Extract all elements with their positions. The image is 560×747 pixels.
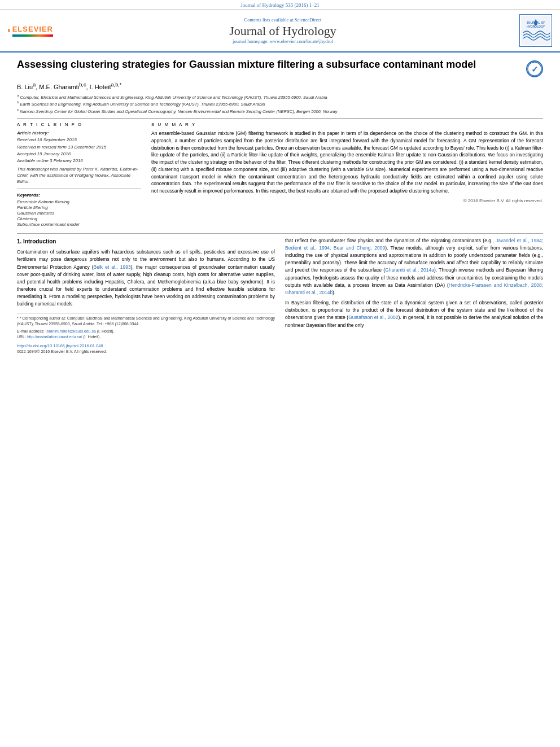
ref-gharamti-2014a[interactable]: Gharamti et al., 2014a	[385, 267, 434, 273]
summary-col: S U M M A R Y An ensemble-based Gaussian…	[151, 122, 543, 228]
keyword-5: Subsurface contaminant model	[17, 222, 141, 227]
journal-title: Journal of Hydrology	[53, 24, 513, 38]
url-footnote: URL: http://assimilation.kaust.edu.sa/ (…	[17, 334, 275, 340]
journal-reference-bar: Journal of Hydrology 535 (2016) 1–21	[0, 0, 560, 10]
history-received: Received 16 September 2015	[17, 137, 141, 143]
article-container: Assessing clustering strategies for Gaus…	[0, 53, 560, 361]
info-divider	[17, 189, 141, 189]
article-title-section: Assessing clustering strategies for Gaus…	[17, 58, 543, 77]
header-divider	[17, 118, 543, 119]
doi-link[interactable]: http://dx.doi.org/10.1016/j.jhydrol.2016…	[17, 343, 275, 350]
history-revised: Received in revised form 13 December 201…	[17, 144, 141, 150]
url-person: (I. Hoteit).	[84, 335, 101, 339]
body-content: 1. Introduction Contamination of subsurf…	[17, 237, 543, 355]
email-footnote: E-mail address: Ibrahim.hoteit@kaust.edu…	[17, 329, 275, 335]
email-person: (I. Hoteit).	[97, 329, 115, 333]
sciencedirect-link[interactable]: ScienceDirect	[295, 17, 322, 23]
svg-text:✓: ✓	[531, 65, 539, 74]
article-info-heading: A R T I C L E I N F O	[17, 122, 141, 127]
keywords-title: Keywords:	[17, 193, 141, 198]
history-accepted: Accepted 19 January 2016	[17, 151, 141, 157]
affiliations: a Computer, Electrical and Mathematical …	[17, 93, 543, 114]
article-info-col: A R T I C L E I N F O Article history: R…	[17, 122, 141, 228]
elsevier-tree-icon	[8, 18, 10, 43]
affil-c: c Nansen-Sverdrup Center for Global Ocea…	[17, 107, 543, 114]
ref-belk[interactable]: Belk et al., 1993	[94, 264, 131, 270]
author-2: M.E. Gharamtib,c	[39, 84, 86, 90]
keyword-4: Clustering	[17, 216, 141, 221]
homepage-line: journal homepage: www.elsevier.com/locat…	[53, 38, 513, 44]
issn-text: 0022-1694/© 2016 Elsevier B.V. All right…	[17, 349, 275, 355]
url-link[interactable]: http://assimilation.kaust.edu.sa/	[27, 335, 82, 339]
ref-javandel[interactable]: Javandel et al., 1984; Bedient et al., 1…	[285, 238, 543, 251]
journal-logo-svg: JOURNAL OF HYDROLOGY	[521, 16, 550, 45]
email-label: E-mail address:	[17, 329, 45, 333]
author-3: I. Hoteita,b,*	[90, 84, 122, 90]
section-1-title: 1. Introduction	[17, 237, 275, 246]
author-2-superscript: b,c	[79, 82, 86, 88]
history-label: Article history:	[17, 130, 141, 136]
journal-reference: Journal of Hydrology 535 (2016) 1–21	[240, 2, 320, 8]
journal-logo-right: JOURNAL OF HYDROLOGY	[513, 14, 552, 47]
affil-b: b Earth Sciences and Engineering, King A…	[17, 100, 543, 107]
elsevier-brand-text: ELSEVIER	[12, 25, 53, 33]
affil-a: a Computer, Electrical and Mathematical …	[17, 93, 543, 100]
history-label-text: Article history:	[17, 130, 49, 136]
footnote-area: * * Corresponding author at: Computer, E…	[17, 313, 275, 355]
crossmark-svg: ✓	[527, 61, 542, 77]
body-col-left: 1. Introduction Contamination of subsurf…	[17, 237, 275, 355]
copyright-line: © 2016 Elsevier B.V. All rights reserved…	[151, 198, 543, 203]
crossmark-icon: ✓	[526, 60, 543, 77]
url-label: URL:	[17, 335, 26, 339]
elsevier-color-strip	[12, 34, 53, 37]
intro-paragraph-2: In Bayesian filtering, the distribution …	[285, 299, 543, 329]
summary-heading: S U M M A R Y	[151, 122, 543, 127]
corresponding-text: * Corresponding author at: Computer, Ele…	[17, 316, 275, 326]
keyword-3: Gaussian mixtures	[17, 211, 141, 216]
author-3-superscript: a,b,*	[111, 82, 122, 88]
article-history: Article history: Received 16 September 2…	[17, 130, 141, 185]
contents-available-line: Contents lists available at ScienceDirec…	[53, 17, 513, 23]
summary-text: An ensemble-based Gaussian mixture (GM) …	[151, 130, 543, 195]
ref-gustafsson[interactable]: Gustafsson et al., 2002	[348, 314, 398, 320]
journal-header: ELSEVIER Contents lists available at Sci…	[0, 10, 560, 53]
authors-line: B. Liua, M.E. Gharamtib,c, I. Hoteita,b,…	[17, 82, 543, 90]
keyword-1: Ensemble Kalman filtering	[17, 199, 141, 204]
email-link[interactable]: Ibrahim.hoteit@kaust.edu.sa	[46, 329, 96, 333]
journal-center: Contents lists available at ScienceDirec…	[53, 17, 513, 44]
article-title: Assessing clustering strategies for Gaus…	[17, 58, 520, 71]
intro-paragraph: Contamination of subsurface aquifers wit…	[17, 248, 275, 308]
corresponding-footnote: * * Corresponding author at: Computer, E…	[17, 316, 275, 327]
history-online: Available online 3 February 2016	[17, 158, 141, 164]
intro-continuation: that reflect the groundwater flow physic…	[285, 237, 543, 296]
body-col-right: that reflect the groundwater flow physic…	[285, 237, 543, 355]
elsevier-logo: ELSEVIER	[8, 18, 53, 43]
crossmark-container: ✓	[520, 60, 543, 77]
homepage-label: journal homepage:	[233, 38, 269, 44]
homepage-url[interactable]: www.elsevier.com/locate/jhydrol	[270, 38, 333, 44]
history-note: This manuscript was handled by Peter K. …	[17, 166, 141, 185]
author-1-superscript: a	[33, 82, 36, 88]
body-top-divider	[17, 233, 543, 234]
journal-logo-box: JOURNAL OF HYDROLOGY	[519, 14, 552, 47]
keywords-section: Keywords: Ensemble Kalman filtering Part…	[17, 193, 141, 227]
keyword-2: Particle filtering	[17, 205, 141, 210]
ref-hendricks[interactable]: Hendricks-Franssen and Kinzelbach, 2008;…	[285, 282, 543, 295]
author-1: B. Liua	[17, 84, 36, 90]
contents-text: Contents lists available at	[244, 17, 294, 23]
article-info-summary: A R T I C L E I N F O Article history: R…	[17, 122, 543, 228]
